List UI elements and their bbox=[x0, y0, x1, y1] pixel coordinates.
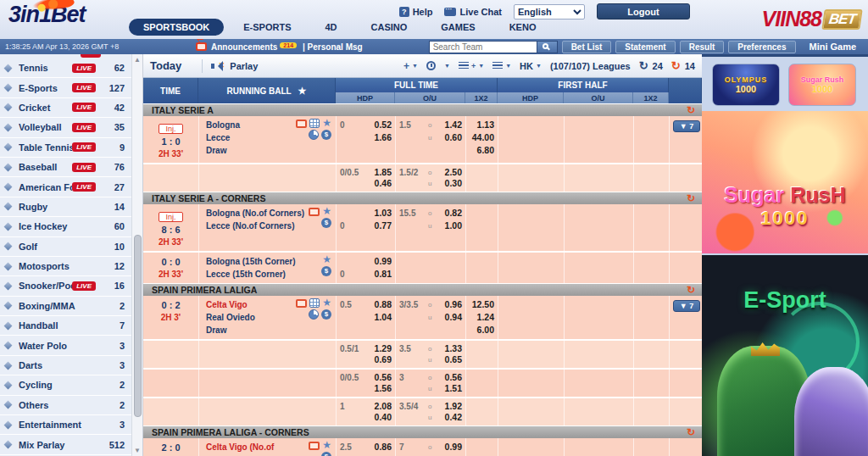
sidebar-item-boxing-mma[interactable]: Boxing/MMA2 bbox=[0, 297, 131, 316]
league-refresh-icon[interactable]: ↻ bbox=[687, 104, 695, 116]
money-icon[interactable]: $ bbox=[321, 452, 331, 456]
nav-tab-4d[interactable]: 4D bbox=[310, 19, 351, 36]
sidebar-item-handball[interactable]: Handball7 bbox=[0, 316, 131, 336]
odds-value[interactable]: 6.00 bbox=[470, 324, 494, 336]
odds-value[interactable]: 1.24 bbox=[470, 311, 494, 324]
refresh-control[interactable]: ↻24 bbox=[639, 59, 663, 72]
odds-value[interactable]: 0.42 bbox=[437, 412, 462, 423]
team-name[interactable]: Draw bbox=[206, 144, 332, 157]
favorite-star-icon[interactable]: ★ bbox=[322, 207, 331, 216]
time-filter-control[interactable] bbox=[426, 61, 436, 70]
chart-icon[interactable] bbox=[309, 130, 319, 140]
sidebar-item-table-tennis[interactable]: Table TennisLIVE9 bbox=[0, 138, 131, 158]
sidebar-item-american-foot[interactable]: American Foot...LIVE27 bbox=[0, 177, 131, 197]
odds-value[interactable]: 2.50 bbox=[437, 167, 462, 178]
sort-add-control[interactable]: +▼ bbox=[459, 62, 484, 70]
odds-value[interactable]: 0.65 bbox=[437, 354, 462, 365]
scroll-up-arrow[interactable]: ▲ bbox=[132, 56, 142, 64]
tab-parlay[interactable]: Parlay bbox=[230, 61, 258, 71]
live-chat-link[interactable]: Live Chat bbox=[444, 7, 502, 17]
odds-value[interactable]: 1.13 bbox=[470, 119, 494, 131]
sidebar-item-ice-hockey[interactable]: Ice Hockey60 bbox=[0, 217, 131, 236]
more-bets-button[interactable]: ▼ 7 bbox=[673, 300, 700, 312]
odds-value[interactable]: 0.99 bbox=[437, 441, 462, 453]
team-name[interactable]: Celta Vigo (No.of Corners) bbox=[206, 441, 291, 456]
odds-value[interactable]: 0.40 bbox=[367, 412, 392, 423]
odds-value[interactable]: 12.50 bbox=[470, 298, 494, 311]
odds-value[interactable]: 1.03 bbox=[367, 207, 392, 220]
sidebar-item-baseball[interactable]: BaseballLIVE76 bbox=[0, 158, 131, 177]
favorite-star-icon[interactable]: ★ bbox=[322, 255, 331, 264]
game-thumb-sugar-rush-1000[interactable]: Sugar Rush 1000 bbox=[788, 64, 856, 106]
more-bets-button[interactable]: ▼ 7 bbox=[673, 120, 700, 132]
odds-value[interactable]: 0.86 bbox=[367, 441, 392, 453]
team-name[interactable]: Bologna (15th Corner) bbox=[206, 255, 332, 268]
nav-tab-keno[interactable]: KENO bbox=[495, 19, 551, 36]
sidebar-item-snooker-pool[interactable]: Snooker/PoolLIVE16 bbox=[0, 276, 131, 296]
tv-icon[interactable] bbox=[309, 208, 320, 216]
odds-value[interactable]: 1.00 bbox=[437, 220, 462, 232]
favorite-star-icon[interactable]: ★ bbox=[322, 441, 331, 450]
favorite-star-icon[interactable]: ★ bbox=[298, 86, 307, 97]
odds-value[interactable]: 0.94 bbox=[437, 311, 462, 324]
announcements-link[interactable]: Announcements214 bbox=[211, 42, 299, 52]
sidebar-item-cycling[interactable]: Cycling2 bbox=[0, 375, 131, 395]
language-select[interactable]: English bbox=[514, 4, 585, 19]
sidebar-item-water-polo[interactable]: Water Polo3 bbox=[0, 336, 131, 355]
sidebar-item-cricket[interactable]: CricketLIVE42 bbox=[0, 98, 131, 118]
win88bet-logo[interactable]: VIIN88 BET bbox=[762, 7, 861, 31]
sidebar-item-mix-parlay[interactable]: Mix Parlay512 bbox=[0, 435, 131, 454]
nav-tab-sportsbook[interactable]: SPORTSBOOK bbox=[129, 19, 224, 36]
tv-icon[interactable] bbox=[309, 442, 320, 450]
nav-tab-e-sports[interactable]: E-SPORTS bbox=[229, 19, 305, 36]
odds-format-select[interactable]: HK▼ bbox=[520, 61, 542, 71]
sidebar-item-volleyball[interactable]: VolleyballLIVE35 bbox=[0, 118, 131, 137]
game-thumb-olympus-1000[interactable]: OLYMPUS 1000 bbox=[712, 64, 780, 106]
scroll-down-arrow[interactable]: ▼ bbox=[132, 447, 142, 454]
odds-value[interactable]: 0.56 bbox=[437, 372, 462, 383]
sugar-rush-banner[interactable]: Sugar RusH 1000 bbox=[702, 111, 868, 253]
odds-value[interactable]: 0.52 bbox=[367, 119, 392, 131]
odds-value[interactable]: 0.30 bbox=[437, 178, 462, 189]
mute-icon[interactable]: ✕ bbox=[211, 61, 223, 71]
tv-icon[interactable] bbox=[296, 120, 307, 128]
odds-value[interactable]: 0.46 bbox=[367, 178, 392, 189]
statement-button[interactable]: Statement bbox=[615, 41, 675, 53]
view-mode-control[interactable]: ▼ bbox=[492, 62, 511, 70]
bet-list-button[interactable]: Bet List bbox=[562, 41, 612, 53]
odds-value[interactable]: 0.99 bbox=[367, 255, 392, 268]
stats-grid-icon[interactable] bbox=[309, 298, 320, 308]
odds-value[interactable]: 0.96 bbox=[437, 298, 462, 311]
odds-value[interactable]: 1.29 bbox=[367, 343, 392, 354]
sidebar-item-golf[interactable]: Golf10 bbox=[0, 237, 131, 257]
odds-value[interactable]: 44.00 bbox=[470, 131, 494, 144]
league-refresh-icon[interactable]: ↻ bbox=[687, 192, 695, 204]
odds-value[interactable]: 1.66 bbox=[367, 131, 392, 144]
odds-value[interactable]: 6.80 bbox=[470, 144, 494, 157]
tv-icon[interactable] bbox=[296, 299, 307, 308]
nav-tab-games[interactable]: GAMES bbox=[426, 19, 489, 36]
league-refresh-icon[interactable]: ↻ bbox=[687, 284, 695, 296]
odds-value[interactable]: 1.42 bbox=[437, 119, 462, 131]
odds-value[interactable]: 1.56 bbox=[367, 383, 392, 394]
personal-msg-link[interactable]: | Personal Msg bbox=[303, 42, 363, 52]
odds-value[interactable]: 0.88 bbox=[367, 298, 392, 311]
odds-value[interactable]: 0.56 bbox=[367, 372, 392, 383]
odds-value[interactable]: 0.81 bbox=[367, 268, 392, 281]
money-icon[interactable]: $ bbox=[321, 218, 331, 228]
sidebar-item-others[interactable]: Others2 bbox=[0, 396, 131, 415]
time-filter-caret[interactable]: ▼ bbox=[444, 63, 450, 69]
scrollbar-thumb[interactable] bbox=[134, 235, 142, 417]
search-input[interactable] bbox=[429, 41, 537, 53]
odds-value[interactable]: 1.04 bbox=[367, 311, 392, 324]
team-name[interactable]: Lecce (15th Corner) bbox=[206, 268, 332, 281]
money-icon[interactable]: $ bbox=[321, 309, 331, 320]
chart-icon[interactable] bbox=[309, 309, 319, 320]
site-logo[interactable]: 3in1Bet bbox=[8, 2, 86, 28]
esport-banner[interactable]: E-Sport bbox=[702, 255, 868, 456]
sidebar-item-motosports[interactable]: Motosports12 bbox=[0, 257, 131, 276]
odds-value[interactable]: 1.33 bbox=[437, 343, 462, 354]
odds-value[interactable]: 0.69 bbox=[367, 354, 392, 365]
stats-grid-icon[interactable] bbox=[309, 119, 320, 128]
result-button[interactable]: Result bbox=[680, 41, 725, 53]
